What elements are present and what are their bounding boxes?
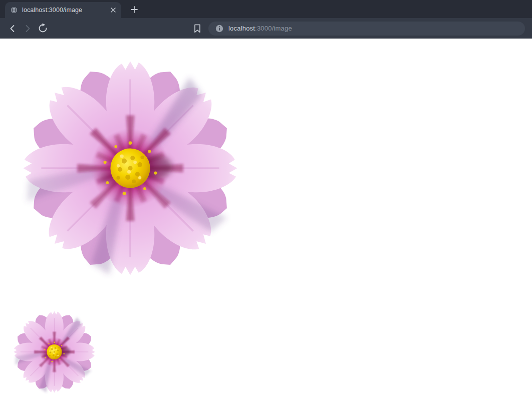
plus-icon — [131, 6, 138, 13]
forward-button[interactable] — [20, 21, 35, 36]
url-host: localhost — [228, 25, 255, 32]
bookmark-button[interactable] — [190, 22, 204, 36]
browser-tab-active[interactable]: localhost:3000/image — [5, 2, 121, 18]
tab-strip: localhost:3000/image — [0, 0, 532, 18]
browser-toolbar: localhost:3000/image — [0, 18, 532, 39]
cosmos-flower-small-image — [9, 304, 100, 399]
globe-favicon-icon — [11, 7, 18, 14]
chevron-right-icon — [23, 24, 32, 33]
chevron-left-icon — [8, 24, 17, 33]
browser-window: localhost:3000/image — [0, 0, 532, 419]
site-info-icon[interactable] — [215, 25, 223, 33]
new-tab-button[interactable] — [127, 3, 141, 17]
bookmark-icon — [193, 24, 201, 33]
reload-button[interactable] — [35, 21, 50, 36]
url-text: localhost:3000/image — [228, 25, 292, 32]
cosmos-flower-large-image — [10, 45, 250, 291]
page-content — [0, 39, 532, 419]
tab-title: localhost:3000/image — [22, 7, 104, 14]
url-path: :3000/image — [255, 25, 292, 32]
address-bar[interactable]: localhost:3000/image — [208, 22, 525, 36]
close-tab-icon[interactable] — [109, 6, 118, 15]
back-button[interactable] — [5, 21, 20, 36]
reload-icon — [38, 23, 48, 34]
